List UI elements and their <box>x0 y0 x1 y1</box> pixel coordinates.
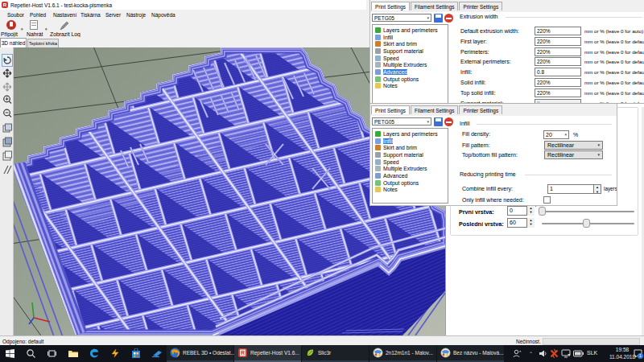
svg-text:R: R <box>241 350 245 356</box>
